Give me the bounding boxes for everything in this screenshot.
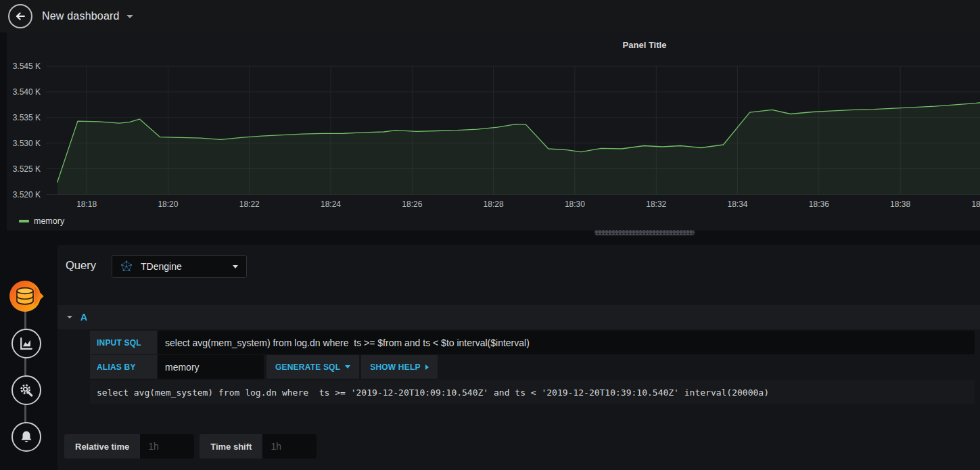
alias-by-field[interactable] [158,355,264,379]
y-axis-label: 3.540 K [13,87,41,97]
chart-icon [19,336,34,351]
generate-sql-label: GENERATE SQL [275,362,340,372]
y-axis-label: 3.545 K [13,62,41,71]
time-shift-group: Time shift [200,434,317,459]
x-axis-label: 18:30 [565,199,585,209]
x-axis-label: 18:22 [239,199,260,209]
relative-time-group: Relative time [64,434,194,459]
arrow-left-icon [14,9,27,23]
y-axis-label: 3.520 K [13,190,41,199]
collapse-caret-icon [67,316,72,319]
alias-by-row: ALIAS BY GENERATE SQL SHOW HELP [90,355,975,379]
x-axis-label: 18:32 [646,199,666,209]
input-sql-label: INPUT SQL [90,331,157,354]
y-axis-label: 3.530 K [13,139,41,148]
relative-time-input[interactable] [140,434,194,459]
datasource-picker[interactable]: TDengine [112,255,247,278]
generated-sql-preview: select avg(mem_system) from log.dn where… [90,380,975,404]
show-help-label: SHOW HELP [370,362,420,372]
x-axis-label: 18:40 [971,199,980,209]
query-form-rows: INPUT SQL ALIAS BY GENERATE SQL SHOW HEL… [90,331,975,404]
tab-visualization[interactable] [11,329,41,358]
query-row-header[interactable]: A [57,305,980,329]
y-axis-label: 3.525 K [13,164,41,174]
chart-legend: memory [19,216,64,226]
grafana-app: New dashboard Panel Title 3.545 K3.540 K… [0,0,980,470]
tab-queries[interactable] [8,279,45,314]
chevron-down-icon [126,15,133,18]
queries-tab-content: Query TDengine A INPUT SQL [57,245,980,470]
query-section-label: Query [66,259,96,272]
datasource-name: TDengine [141,261,225,272]
dashboard-title: New dashboard [42,10,120,22]
top-navbar: New dashboard [0,0,980,32]
x-axis-label: 18:38 [890,199,910,209]
generate-sql-button[interactable]: GENERATE SQL [266,355,359,379]
chevron-right-icon [425,365,429,370]
graph-panel: Panel Title 3.545 K3.540 K3.535 K3.530 K… [7,32,980,231]
chevron-down-icon [345,365,350,369]
back-button[interactable] [8,4,32,28]
x-axis-label: 18:34 [728,199,748,209]
y-axis-label: 3.535 K [13,113,41,122]
time-shift-label: Time shift [200,434,262,459]
x-axis-label: 18:18 [76,199,97,209]
x-axis-label: 18:26 [402,199,422,209]
tab-alert[interactable] [11,422,41,452]
bell-icon [19,429,34,444]
x-axis-label: 18:36 [809,199,829,209]
legend-color-swatch [19,220,29,222]
legend-series-name[interactable]: memory [34,216,64,226]
input-sql-field[interactable] [158,331,975,354]
time-shift-input[interactable] [262,434,317,459]
tdengine-logo [120,260,133,273]
dashboard-title-dropdown[interactable]: New dashboard [42,0,133,32]
panel-resize-handle[interactable] [594,230,695,235]
x-axis-label: 18:20 [158,199,178,209]
show-help-button[interactable]: SHOW HELP [361,355,437,379]
chevron-down-icon [233,265,238,268]
query-ref-letter: A [80,312,87,323]
series-area-memory [57,101,980,195]
time-options-row: Relative time Time shift [64,434,317,459]
x-axis-label: 18:28 [484,199,504,209]
tab-general[interactable] [11,375,41,405]
input-sql-row: INPUT SQL [90,331,975,354]
time-series-chart[interactable]: 3.545 K3.540 K3.535 K3.530 K3.525 K3.520… [7,32,980,231]
tab-connector-line [24,296,26,438]
x-axis-label: 18:24 [321,199,341,209]
alias-by-label: ALIAS BY [90,355,157,379]
relative-time-label: Relative time [64,434,140,459]
gear-wrench-icon [19,383,34,398]
database-icon [8,279,45,314]
